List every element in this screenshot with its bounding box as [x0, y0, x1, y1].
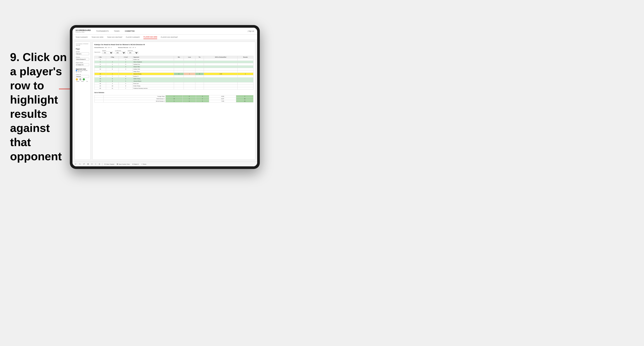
ood-win: 1: [166, 95, 183, 98]
colour-level-label: Level: [80, 81, 84, 82]
filter-conference-label: Conference: [115, 50, 126, 51]
table-row[interactable]: Haejo Hyun: [94, 70, 254, 73]
col-conf: # Conf: [119, 56, 133, 58]
cell-name: Euna Lee: [133, 82, 174, 85]
cell-rounds: [238, 66, 254, 68]
cell-reg: [106, 58, 119, 61]
sidebar-top100-label: Top 100: [78, 71, 82, 72]
sidebar-opponent-view-group: Opponent view Opponents Played Top 100: [76, 67, 89, 72]
table-row[interactable]: 613Sydney Kuo: [94, 63, 254, 66]
cell-diff: [204, 61, 238, 63]
watch-button[interactable]: 👁 Watch ▾: [132, 163, 139, 165]
toolbar-menu[interactable]: ≡: [91, 163, 93, 165]
cell-win: [174, 75, 184, 78]
table-row[interactable]: 31Esther Lee: [94, 58, 254, 61]
cell-tie: [195, 68, 204, 70]
col-diff: Diff Av Strokes/Rnd: [204, 56, 238, 58]
sub-nav-player-summary[interactable]: PLAYER SUMMARY: [126, 35, 140, 39]
table-row[interactable]: 19106Emily Chang: [94, 85, 254, 87]
cell-name: Esther Lee: [133, 58, 174, 61]
cell-reg: [106, 70, 119, 73]
sub-nav-player-h2h-grid[interactable]: PLAYER H2H GRID: [144, 35, 157, 39]
records-row: Overall Record: 353 - 34 - 6 Division Re…: [94, 47, 254, 48]
colour-up-label: Up: [85, 81, 89, 82]
save-custom-button[interactable]: 🖫 Save Custom View: [116, 163, 130, 165]
sub-nav-team-summary[interactable]: TEAM SUMMARY: [76, 35, 88, 39]
cell-tie: [195, 87, 204, 90]
filter-conference-group: Conference (All): [115, 50, 126, 54]
ood-table-row[interactable]: Foreign Team1004.5002: [94, 95, 254, 98]
sidebar-gender-select[interactable]: Women's: [76, 52, 89, 55]
out-of-division-title: Out of division: [94, 92, 254, 93]
sub-nav-team-h2h-grid[interactable]: TEAM H2H GRID: [92, 35, 104, 39]
filter-conference-select[interactable]: (All): [115, 51, 126, 54]
cell-name: Emily Chang: [133, 85, 174, 87]
nav-sign-out[interactable]: | Sign out: [248, 30, 254, 32]
toolbar-refresh[interactable]: ⊙: [98, 163, 101, 165]
ood-diff: 7.400: [209, 100, 236, 102]
cell-rounds: [238, 63, 254, 66]
toolbar-reset[interactable]: ↺: [82, 163, 85, 165]
view-original-button[interactable]: 👁 View: Original: [104, 163, 115, 165]
table-row[interactable]: 1822Euna Lee: [94, 82, 254, 85]
table-row[interactable]: 522Alexis Sudjianto: [94, 61, 254, 63]
cell-tie: [195, 85, 204, 87]
cell-tie: [195, 63, 204, 66]
cell-diff: [204, 80, 238, 82]
filter-region-select[interactable]: (All): [102, 51, 113, 54]
cell-loss: [184, 82, 195, 85]
col-opponent: Opponent: [133, 56, 174, 58]
cell-rounds: [238, 80, 254, 82]
table-row[interactable]: 131Jessica Huang010-3.002: [94, 73, 254, 75]
share-button[interactable]: ↗ Share: [140, 163, 147, 165]
filter-region-label: Region: [102, 50, 113, 51]
table-row[interactable]: 1063Andrea York: [94, 68, 254, 70]
table-row[interactable]: 1474Eunice Yi: [94, 75, 254, 78]
toolbar-undo[interactable]: ↩: [74, 163, 77, 165]
ood-table-row[interactable]: NCAA Division 25007.40010: [94, 100, 254, 102]
sub-nav-player-h2h-heatmap[interactable]: PLAYER H2H HEATMAP: [161, 35, 178, 39]
toolbar-add[interactable]: +: [94, 163, 97, 165]
bottom-toolbar: ↩ ↪ ↺ ⊞ ≡ + ⊙ 👁 View: Original 🖫 Save Cu…: [72, 162, 257, 166]
colour-down-label: Down: [76, 81, 80, 82]
tablet-screen: SCOREBOARD Powered by clippd TOURNAMENTS…: [72, 28, 257, 166]
sidebar-division-select[interactable]: NCAA Division III: [76, 58, 89, 61]
table-row[interactable]: 1585Stella Cheng: [94, 78, 254, 80]
cell-win: [174, 66, 184, 68]
cell-conf: 3: [119, 68, 133, 70]
cell-reg: 8: [106, 78, 119, 80]
cell-win: [174, 80, 184, 82]
col-loss: Loss: [184, 56, 195, 58]
ood-table-row[interactable]: NAIA Division 115009.26730: [94, 98, 254, 100]
nav-bar: SCOREBOARD Powered by clippd TOURNAMENTS…: [72, 28, 257, 35]
nav-tournaments[interactable]: TOURNAMENTS: [95, 30, 110, 32]
sidebar-top100-row: Top 100: [76, 71, 89, 72]
annotation-text: 9. Click on a player's row to highlight …: [10, 50, 69, 164]
table-row[interactable]: 20117Federica Domecq Lacroze: [94, 87, 254, 90]
division-record: Division Record: 331 - 34 - 6: [118, 47, 136, 48]
cell-diff: [204, 70, 238, 73]
filter-opponent-select[interactable]: (All): [128, 51, 138, 54]
sub-nav-team-h2h-heatmap[interactable]: TEAM H2H HEATMAP: [107, 35, 122, 39]
ood-diff: 9.267: [209, 98, 236, 100]
col-tie: Tie: [195, 56, 204, 58]
cell-reg: 7: [106, 75, 119, 78]
sidebar-top100-radio[interactable]: [76, 71, 77, 72]
cell-reg: 6: [106, 68, 119, 70]
sidebar-player-rank-select[interactable]: 8. Katelyn Vo: [76, 63, 89, 66]
sidebar-colour-select[interactable]: Win/loss: [76, 75, 89, 78]
cell-div: 18: [94, 82, 106, 85]
table-row[interactable]: 914Sharon Mun: [94, 66, 254, 68]
table-row[interactable]: 1691Jessica Mason: [94, 80, 254, 82]
toolbar-grid[interactable]: ⊞: [87, 163, 90, 165]
cell-conf: 4: [119, 75, 133, 78]
nav-committee[interactable]: COMMITTEE: [124, 30, 136, 32]
cell-name: Eunice Yi: [133, 75, 174, 78]
nav-teams[interactable]: TEAMS: [113, 30, 120, 32]
cell-loss: [184, 58, 195, 61]
toolbar-redo[interactable]: ↪: [78, 163, 81, 165]
ood-win: 5: [166, 100, 183, 102]
cell-loss: [184, 61, 195, 63]
colour-down-circle: [76, 78, 78, 80]
cell-loss: [184, 63, 195, 66]
